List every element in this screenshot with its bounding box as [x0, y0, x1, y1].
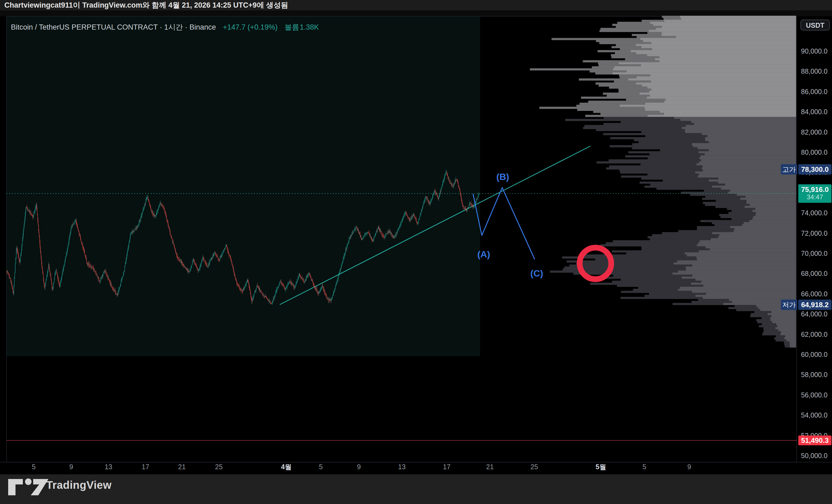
time-tick-label: 9 — [69, 461, 73, 472]
wave-label-c[interactable]: (C) — [530, 268, 543, 278]
symbol-title[interactable]: Bitcoin / TetherUS PERPETUAL CONTRACT · … — [11, 23, 216, 31]
volume-label: 볼륨 — [284, 23, 299, 31]
elliott-projection-line[interactable] — [473, 188, 535, 259]
time-tick-label: 25 — [530, 461, 538, 472]
time-tick-label: 5 — [32, 461, 35, 472]
price-tick-label: 60,000.0 — [801, 351, 827, 359]
currency-toggle-button[interactable]: USDT — [801, 20, 830, 30]
wave-label-a[interactable]: (A) — [477, 249, 490, 260]
time-tick-label: 9 — [687, 461, 691, 472]
session-high-tag: 고가 — [781, 164, 797, 175]
time-tick-label: 21 — [178, 461, 186, 472]
price-tick-label: 72,000.0 — [801, 229, 827, 237]
alert-price-label: 51,490.3 — [798, 435, 831, 445]
time-tick-label: 13 — [398, 461, 406, 472]
time-tick-label: 25 — [215, 461, 223, 472]
time-tick-label: 5 — [643, 461, 646, 472]
time-tick-label: 17 — [142, 461, 149, 472]
tradingview-snapshot: { "topbar": { "attribution": "Chartviewi… — [0, 0, 832, 504]
price-tick-label: 70,000.0 — [801, 249, 827, 258]
price-tick-label: 64,000.0 — [801, 310, 827, 318]
chart-canvas[interactable] — [0, 0, 832, 504]
footer-bar — [0, 474, 832, 504]
time-tick-label: 5 — [319, 461, 323, 472]
time-tick-label: 9 — [357, 461, 361, 472]
session-high-label: 78,300.0 — [798, 164, 831, 175]
price-tick-label: 80,000.0 — [801, 149, 827, 156]
price-tick-label: 68,000.0 — [801, 270, 827, 277]
price-tick-label: 74,000.0 — [801, 209, 827, 217]
price-tick-label: 56,000.0 — [801, 391, 827, 399]
price-tick-label: 88,000.0 — [801, 68, 827, 75]
price-tick-label: 50,000.0 — [801, 452, 827, 460]
price-tick-label: 58,000.0 — [801, 371, 827, 379]
session-tint-region — [6, 16, 480, 356]
price-tick-label: 66,000.0 — [801, 290, 827, 298]
price-tick-label: 82,000.0 — [801, 128, 827, 136]
symbol-header[interactable]: Bitcoin / TetherUS PERPETUAL CONTRACT · … — [11, 22, 319, 32]
time-tick-label: 21 — [486, 461, 494, 472]
session-low-label: 64,918.2 — [798, 299, 831, 310]
price-tick-label: 90,000.0 — [801, 47, 827, 55]
last-price-label: 75,916.0 34:47 — [798, 184, 831, 203]
price-tick-label: 54,000.0 — [801, 411, 827, 419]
time-tick-label: 5월 — [596, 461, 606, 472]
volume-profile — [530, 16, 796, 348]
wave-label-b[interactable]: (B) — [496, 171, 509, 182]
tradingview-wordmark[interactable]: TradingView — [46, 479, 111, 491]
time-tick-label: 4월 — [281, 461, 292, 472]
price-tick-label: 84,000.0 — [801, 108, 827, 116]
time-tick-label: 13 — [105, 461, 112, 472]
price-change: +147.7 (+0.19%) — [223, 23, 278, 31]
time-tick-label: 17 — [443, 461, 450, 472]
last-price-value: 75,916.0 — [798, 185, 831, 194]
price-tick-label: 86,000.0 — [801, 87, 827, 96]
session-low-tag: 저가 — [781, 299, 797, 310]
bar-countdown: 34:47 — [798, 193, 831, 201]
volume-value: 1.38K — [300, 23, 319, 31]
price-tick-label: 62,000.0 — [801, 330, 827, 338]
